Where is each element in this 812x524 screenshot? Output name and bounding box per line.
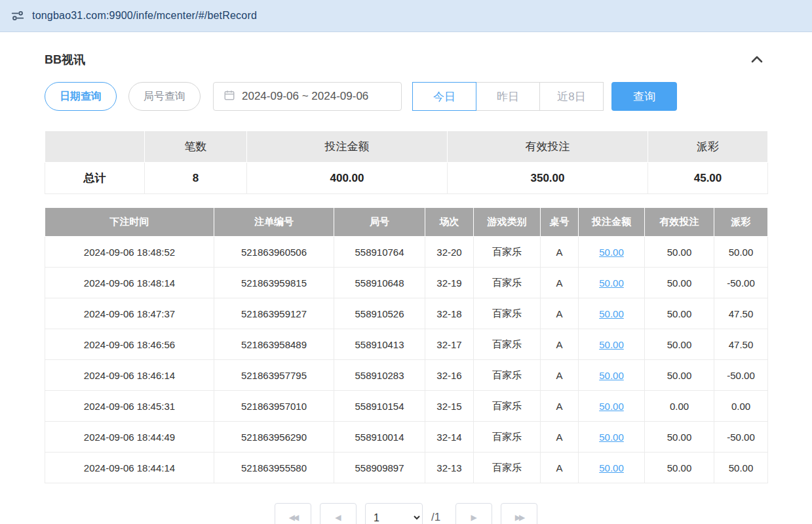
bet-time-cell: 2024-09-06 18:44:49 bbox=[45, 422, 214, 453]
round-no-cell: 558910526 bbox=[334, 298, 425, 329]
bet-amount-link[interactable]: 50.00 bbox=[599, 462, 624, 474]
order-no-cell: 521863956290 bbox=[214, 422, 334, 453]
bet-table-header-row: 下注时间 注单编号 局号 场次 游戏类别 桌号 投注金额 有效投注 派彩 bbox=[45, 208, 768, 237]
bet-time-cell: 2024-09-06 18:44:14 bbox=[45, 453, 214, 483]
filter-toolbar: 日期查询 局号查询 2024-09-06 ~ 2024-09-06 今日 昨日 … bbox=[45, 82, 767, 111]
bet-amount-link[interactable]: 50.00 bbox=[599, 432, 624, 443]
payout-cell: 47.50 bbox=[714, 298, 768, 329]
summary-total-bet-amount: 400.00 bbox=[247, 163, 448, 194]
header-bet-time: 下注时间 bbox=[45, 208, 214, 237]
bet-amount-cell: 50.00 bbox=[579, 391, 645, 422]
valid-bet-cell: 50.00 bbox=[645, 298, 714, 329]
payout-cell: 47.50 bbox=[714, 329, 768, 360]
bet-time-cell: 2024-09-06 18:48:52 bbox=[45, 237, 214, 268]
date-query-tab[interactable]: 日期查询 bbox=[45, 82, 117, 111]
bet-amount-link[interactable]: 50.00 bbox=[599, 401, 624, 412]
header-round-no: 局号 bbox=[334, 208, 425, 237]
table-no-cell: A bbox=[541, 360, 579, 391]
round-no-cell: 558910648 bbox=[334, 268, 425, 298]
payout-cell: -50.00 bbox=[714, 360, 768, 391]
quick-yesterday-button[interactable]: 昨日 bbox=[476, 82, 540, 111]
summary-header-payout: 派彩 bbox=[648, 131, 768, 163]
table-no-cell: A bbox=[541, 237, 579, 268]
bet-amount-cell: 50.00 bbox=[579, 329, 645, 360]
bet-amount-cell: 50.00 bbox=[579, 268, 645, 298]
next-page-button[interactable]: ▶ bbox=[455, 503, 492, 524]
table-no-cell: A bbox=[541, 391, 579, 422]
date-range-picker[interactable]: 2024-09-06 ~ 2024-09-06 bbox=[213, 82, 402, 111]
valid-bet-cell: 50.00 bbox=[645, 360, 714, 391]
header-bet-amount: 投注金额 bbox=[579, 208, 645, 237]
payout-cell: 0.00 bbox=[714, 391, 768, 422]
valid-bet-cell: 50.00 bbox=[645, 268, 714, 298]
table-row: 2024-09-06 18:48:14 521863959815 5589106… bbox=[45, 268, 768, 298]
first-page-icon: ◀◀ bbox=[289, 513, 297, 522]
address-bar-url[interactable]: tongbao31.com:9900/infe/mcenter/#/betRec… bbox=[32, 10, 257, 22]
table-row: 2024-09-06 18:44:14 521863955580 5589098… bbox=[45, 453, 768, 483]
round-no-cell: 558910413 bbox=[334, 329, 425, 360]
order-no-cell: 521863955580 bbox=[214, 453, 334, 483]
payout-cell: 50.00 bbox=[714, 237, 768, 268]
header-payout: 派彩 bbox=[714, 208, 768, 237]
game-type-cell: 百家乐 bbox=[474, 268, 541, 298]
session-cell: 32-14 bbox=[425, 422, 474, 453]
table-no-cell: A bbox=[541, 329, 579, 360]
bet-time-cell: 2024-09-06 18:46:56 bbox=[45, 329, 214, 360]
valid-bet-cell: 0.00 bbox=[645, 391, 714, 422]
header-table-no: 桌号 bbox=[541, 208, 579, 237]
payout-cell: -50.00 bbox=[714, 268, 768, 298]
search-button[interactable]: 查询 bbox=[611, 82, 677, 111]
table-row: 2024-09-06 18:46:56 521863958489 5589104… bbox=[45, 329, 768, 360]
order-no-cell: 521863959815 bbox=[214, 268, 334, 298]
bet-amount-link[interactable]: 50.00 bbox=[599, 308, 624, 319]
bet-amount-cell: 50.00 bbox=[579, 298, 645, 329]
collapse-panel-button[interactable] bbox=[746, 49, 767, 70]
page-total-label: /1 bbox=[431, 511, 440, 524]
summary-total-count: 8 bbox=[145, 163, 247, 194]
session-cell: 32-16 bbox=[425, 360, 474, 391]
last-page-icon: ▶▶ bbox=[515, 513, 523, 522]
bet-amount-link[interactable]: 50.00 bbox=[599, 339, 624, 350]
game-type-cell: 百家乐 bbox=[474, 360, 541, 391]
game-type-cell: 百家乐 bbox=[474, 453, 541, 483]
round-query-tab[interactable]: 局号查询 bbox=[128, 82, 201, 111]
last-page-button[interactable]: ▶▶ bbox=[501, 503, 537, 524]
site-settings-icon[interactable] bbox=[10, 9, 25, 23]
session-cell: 32-20 bbox=[425, 237, 474, 268]
session-cell: 32-17 bbox=[425, 329, 474, 360]
round-no-cell: 558910283 bbox=[334, 360, 425, 391]
prev-page-button[interactable]: ◀ bbox=[320, 503, 357, 524]
round-no-cell: 558910014 bbox=[334, 422, 425, 453]
payout-cell: -50.00 bbox=[714, 422, 768, 453]
table-no-cell: A bbox=[541, 298, 579, 329]
order-no-cell: 521863957795 bbox=[214, 360, 334, 391]
order-no-cell: 521863959127 bbox=[214, 298, 334, 329]
table-row: 2024-09-06 18:44:49 521863956290 5589100… bbox=[45, 422, 768, 453]
bet-amount-link[interactable]: 50.00 bbox=[599, 370, 624, 381]
quick-last8days-button[interactable]: 近8日 bbox=[539, 82, 604, 111]
header-order-no: 注单编号 bbox=[214, 208, 334, 237]
bet-time-cell: 2024-09-06 18:46:14 bbox=[45, 360, 214, 391]
header-session: 场次 bbox=[425, 208, 474, 237]
bet-amount-link[interactable]: 50.00 bbox=[599, 277, 624, 289]
game-type-cell: 百家乐 bbox=[474, 329, 541, 360]
summary-total-valid-bet: 350.00 bbox=[448, 163, 648, 194]
calendar-icon bbox=[223, 89, 235, 104]
table-no-cell: A bbox=[541, 268, 579, 298]
summary-total-row: 总计 8 400.00 350.00 45.00 bbox=[45, 163, 768, 194]
bet-amount-link[interactable]: 50.00 bbox=[599, 247, 624, 258]
page-title: BB视讯 bbox=[45, 52, 85, 68]
order-no-cell: 521863958489 bbox=[214, 329, 334, 360]
game-type-cell: 百家乐 bbox=[474, 237, 541, 268]
summary-header-blank bbox=[45, 131, 145, 163]
summary-total-payout: 45.00 bbox=[648, 163, 768, 194]
order-no-cell: 521863960506 bbox=[214, 237, 334, 268]
session-cell: 32-15 bbox=[425, 391, 474, 422]
table-no-cell: A bbox=[541, 453, 579, 483]
page-select[interactable]: 1 bbox=[365, 503, 423, 524]
header-game-type: 游戏类别 bbox=[474, 208, 541, 237]
bet-time-cell: 2024-09-06 18:48:14 bbox=[45, 268, 214, 298]
quick-today-button[interactable]: 今日 bbox=[412, 82, 476, 111]
bet-record-table: 下注时间 注单编号 局号 场次 游戏类别 桌号 投注金额 有效投注 派彩 202… bbox=[45, 207, 768, 483]
first-page-button[interactable]: ◀◀ bbox=[275, 503, 311, 524]
